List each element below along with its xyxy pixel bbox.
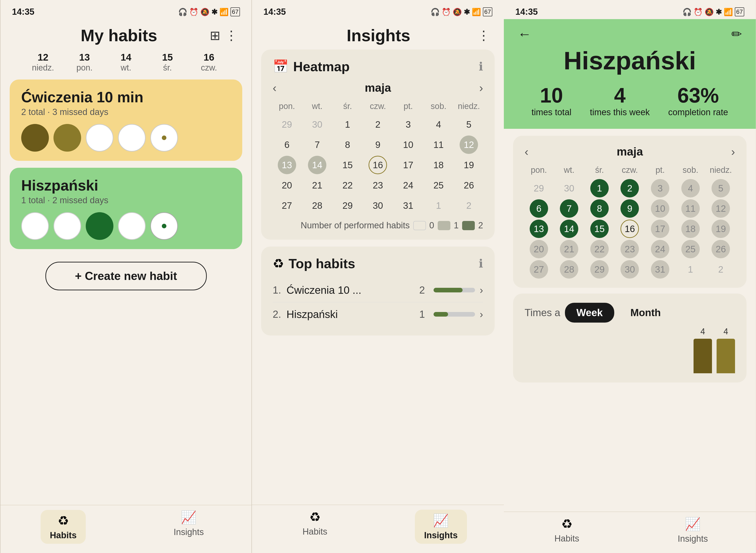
nav-insights-3[interactable]: 📈 Insights [630,517,756,544]
habit-list-count-1: 1 [415,309,429,320]
nav-habits-2[interactable]: ♻ Habits [252,510,378,544]
circle-1[interactable] [54,124,81,152]
day-num-0: 12 [37,52,49,63]
dh-2: śr. [333,99,362,113]
time-display-2: 14:35 [263,7,286,17]
top-habits-title: Top habits [289,256,355,271]
d3-28: 28 [560,260,578,279]
nav-insights-1[interactable]: 📈 Insights [126,510,252,544]
nav-insights-2[interactable]: 📈 Insights [378,510,504,544]
legend-val-0: 0 [430,221,434,230]
back-button[interactable]: ← [518,26,531,42]
insights-icon-2: 📈 [433,513,449,528]
heatmap-title: Heatmap [293,59,350,74]
month-toggle-btn[interactable]: Month [619,303,672,323]
d3-5: 5 [711,179,730,198]
cal-13: 13 [278,156,296,174]
d3h-4: pt. [646,163,674,177]
heatmap-legend: Number of performed habits 0 1 2 [273,221,483,230]
days-row: 12 niedz. 13 pon. 14 wt. 15 śr. 16 czw. [0,50,251,76]
app-header-1: My habits ⊞ ⋮ [0,19,251,50]
d3h-0: pon. [525,163,553,177]
detail-title: Hiszpański [518,47,742,74]
habit-progress-1 [434,312,475,317]
d3-2: 2 [620,179,639,198]
more-options-icon[interactable]: ⋮ [225,28,238,43]
info-icon-heatmap[interactable]: ℹ [479,60,483,73]
bottom-nav-3: ♻ Habits 📈 Insights [504,511,756,553]
habit-arrow-1[interactable]: › [480,309,483,320]
d3-21: 21 [560,240,578,258]
legend-text: Number of performed habits [301,221,409,230]
detail-cal-grid: pon. wt. śr. czw. pt. sob. niedz. 29 30 … [525,163,735,279]
detail-header: ← ✏ Hiszpański 10 times total 4 times th… [504,19,756,129]
habit-name-exercise: Ćwiczenia 10 min [21,89,231,106]
habit-card-exercise[interactable]: Ćwiczenia 10 min 2 total · 3 missed days [10,79,242,161]
status-bar-2: 14:35 🎧 ⏰ 🔕 ✱ 📶 67 [252,0,504,19]
more-options-icon-2[interactable]: ⋮ [477,28,490,43]
d3-1: 1 [590,179,609,198]
cal-7: 7 [308,136,326,154]
cal-19: 19 [460,156,478,174]
info-icon-top-habits[interactable]: ℹ [479,257,483,270]
habit-rank-1: 2. [273,309,287,320]
habit-rank-0: 1. [273,284,287,296]
d3h-6: niedz. [706,163,735,177]
circle-s1[interactable] [54,212,81,240]
habit-list-row-1[interactable]: 2. Hiszpański 1 › [273,302,483,326]
nav-label-insights-2: Insights [424,531,458,540]
dh-4: pt. [394,99,423,113]
habit-card-spanish[interactable]: Hiszpański 1 total · 2 missed days [10,168,242,249]
circle-s3[interactable] [118,212,146,240]
cal-10: 10 [399,136,418,154]
circle-s0[interactable] [21,212,49,240]
d3-17: 17 [651,220,669,238]
habit-arrow-0[interactable]: › [480,284,483,296]
legend-val-2: 2 [478,221,483,230]
next-month-btn[interactable]: › [479,81,483,94]
d3-29b: 29 [590,260,609,279]
status-icons-3: 🎧 ⏰ 🔕 ✱ 📶 67 [682,7,744,16]
cal-29b: 29 [338,196,357,215]
edit-button[interactable]: ✏ [731,27,742,42]
prev-month-btn-detail[interactable]: ‹ [525,145,529,158]
dh-0: pon. [273,99,301,113]
d3h-2: śr. [585,163,614,177]
circle-s2[interactable] [86,212,114,240]
week-toggle-btn[interactable]: Week [565,303,614,323]
day-num-4: 16 [204,52,214,63]
cal-11: 11 [430,136,448,154]
circle-3[interactable] [118,124,146,152]
detail-body: ‹ maja › pon. wt. śr. czw. pt. sob. nied… [504,129,756,511]
heatmap-grid: pon. wt. śr. czw. pt. sob. niedz. 29 30 … [273,99,483,215]
top-habits-title-row: ♻ Top habits [273,256,355,271]
bottom-nav-2: ♻ Habits 📈 Insights [252,504,504,553]
habit-circles-spanish [21,212,231,240]
create-habit-button[interactable]: + Create new habit [46,262,207,290]
circle-4[interactable] [150,124,178,152]
bottom-nav-1: ♻ Habits 📈 Insights [0,505,251,553]
circle-2[interactable] [86,124,114,152]
cal-4: 4 [430,115,448,134]
next-month-btn-detail[interactable]: › [731,145,735,158]
grid-icon[interactable]: ⊞ [210,28,220,43]
d3-6: 6 [530,199,548,218]
nav-label-habits-3: Habits [554,534,579,544]
d3-19: 19 [711,220,730,238]
cal-16: 16 [369,156,387,174]
day-col-1: 13 pon. [64,52,105,73]
cal-17: 17 [399,156,418,174]
stat-label-total: times total [531,107,572,117]
nav-habits-1[interactable]: ♻ Habits [0,510,126,544]
nav-habits-3[interactable]: ♻ Habits [504,517,630,544]
circle-0[interactable] [21,124,49,152]
nav-label-habits-1: Habits [50,531,77,540]
cal-24: 24 [399,176,418,194]
cal-28: 28 [308,196,326,215]
habit-list-row-0[interactable]: 1. Ćwiczenia 10 ... 2 › [273,278,483,302]
stat-label-week: times this week [590,107,650,117]
cal-9: 9 [369,136,387,154]
circle-s4[interactable] [150,212,178,240]
cal-month-detail: maja [617,145,643,158]
prev-month-btn[interactable]: ‹ [273,81,277,94]
